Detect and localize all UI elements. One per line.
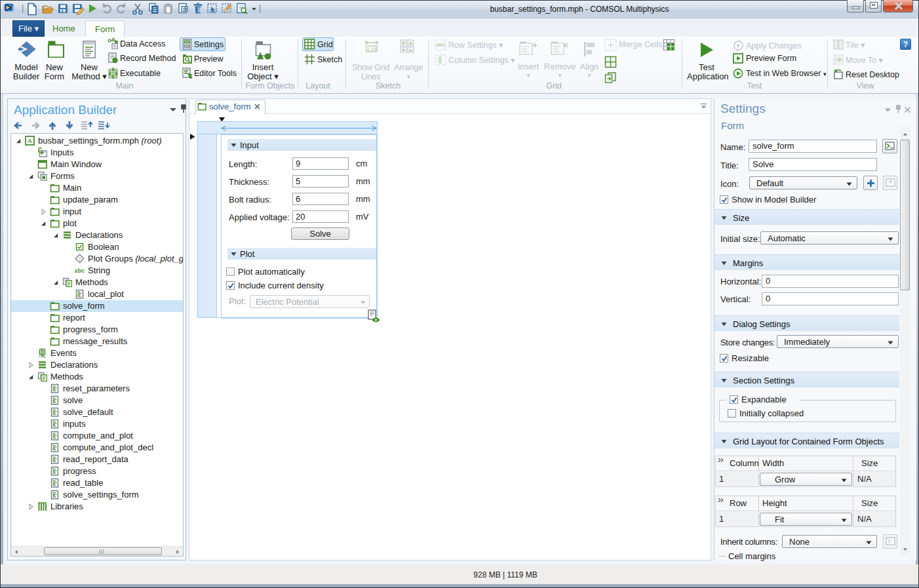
svg-text:1.23: 1.23: [367, 47, 376, 52]
svg-text:abc: abc: [75, 267, 85, 274]
svg-text:A: A: [28, 138, 32, 144]
svg-text:?: ?: [78, 256, 81, 262]
